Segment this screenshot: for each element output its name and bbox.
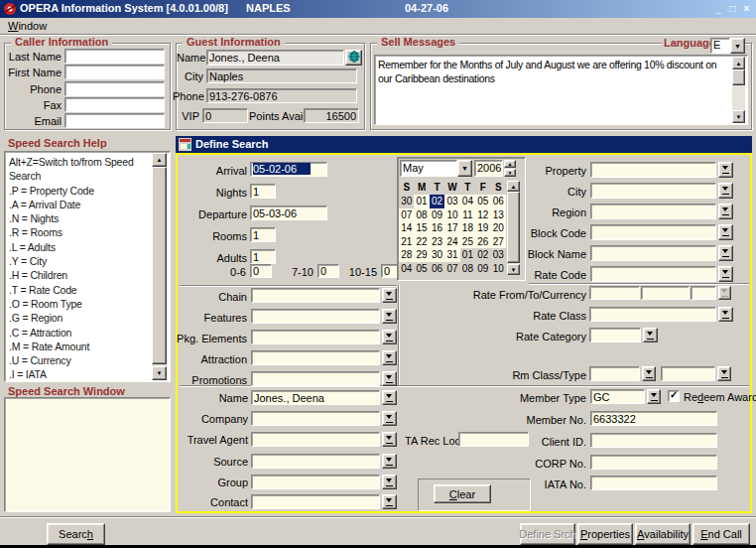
speed-help-item[interactable]: .M = Rate Amount [9, 340, 150, 353]
block-code-input[interactable] [590, 224, 716, 240]
end-call-button[interactable]: End Call [693, 523, 750, 545]
speed-help-item[interactable]: Alt+Z=Switch to/from Speed [9, 155, 150, 169]
guest-city-input[interactable] [206, 68, 357, 83]
group-input[interactable] [251, 475, 380, 489]
calendar-day[interactable]: 10 [444, 208, 459, 222]
calendar-day[interactable]: 21 [399, 235, 414, 249]
rate-class-lov-button[interactable] [718, 307, 733, 322]
calendar-day[interactable]: 23 [430, 235, 444, 249]
calendar-day[interactable]: 15 [414, 221, 429, 235]
language-dropdown-button[interactable]: ▼ [730, 38, 745, 54]
city-input[interactable] [590, 183, 716, 199]
calendar-day[interactable]: 06 [430, 262, 444, 276]
name-lov-button[interactable] [382, 390, 397, 405]
window-titlebar[interactable]: OPERA Information System [4.0.01.00/8] N… [0, 0, 756, 18]
property-input[interactable] [590, 162, 716, 178]
children-7-10-input[interactable] [317, 264, 339, 278]
block-name-lov-button[interactable] [718, 245, 733, 261]
speed-help-item[interactable]: .H = Children [9, 268, 150, 282]
speed-help-item[interactable]: .G = Region [9, 311, 150, 325]
calendar-day[interactable]: 03 [444, 195, 459, 208]
close-icon[interactable]: × [740, 2, 753, 15]
member-type-input[interactable] [590, 389, 645, 404]
company-lov-button[interactable] [382, 411, 397, 426]
calendar-day[interactable]: 28 [399, 248, 414, 262]
speed-help-item[interactable]: .P = Property Code [9, 184, 150, 198]
attraction-lov-button[interactable] [382, 350, 397, 365]
search-name-input[interactable] [251, 390, 380, 405]
points-avail-input[interactable] [304, 108, 359, 123]
company-input[interactable] [251, 411, 380, 426]
calendar-day[interactable]: 05 [414, 262, 429, 276]
calendar-day[interactable]: 30 [430, 248, 444, 262]
travel-agent-lov-button[interactable] [382, 432, 397, 447]
rm-class-lov-button[interactable] [642, 366, 656, 381]
source-lov-button[interactable] [382, 454, 397, 469]
contact-lov-button[interactable] [382, 494, 397, 509]
departure-input[interactable] [250, 206, 327, 220]
attraction-input[interactable] [251, 350, 380, 365]
speed-help-item[interactable]: .L = Adults [9, 240, 150, 254]
sell-message-scrollbar[interactable]: ▲ ▼ [732, 57, 745, 123]
block-name-input[interactable] [590, 245, 716, 261]
speed-help-item[interactable]: .T = Rate Code [9, 283, 150, 297]
email-input[interactable] [64, 113, 165, 128]
city-lov-button[interactable] [718, 183, 733, 199]
chain-lov-button[interactable] [382, 288, 397, 303]
speed-help-item[interactable]: .A = Arrival Date [9, 198, 150, 211]
caller-phone-input[interactable] [64, 81, 165, 96]
rate-currency-input[interactable] [691, 286, 716, 300]
contact-input[interactable] [251, 494, 380, 509]
features-lov-button[interactable] [382, 309, 397, 324]
calendar-day[interactable]: 30 [399, 195, 414, 208]
children-0-6-input[interactable] [250, 264, 272, 278]
calendar-day[interactable]: 16 [430, 221, 444, 235]
scroll-down-icon[interactable]: ▼ [732, 110, 745, 123]
adults-input[interactable] [250, 249, 276, 264]
calendar-day[interactable]: 29 [414, 248, 429, 262]
travel-agent-input[interactable] [251, 432, 380, 447]
redeem-award-checkbox[interactable] [668, 390, 680, 402]
last-name-input[interactable] [64, 49, 165, 64]
rate-category-input[interactable] [589, 328, 641, 342]
speed-help-item[interactable]: .Y = City [9, 254, 150, 268]
speed-help-item[interactable]: .I = IATA [9, 367, 150, 378]
fax-input[interactable] [64, 97, 165, 112]
rm-class-input[interactable] [589, 366, 640, 381]
source-input[interactable] [251, 454, 380, 469]
region-lov-button[interactable] [718, 204, 733, 219]
rooms-input[interactable] [250, 227, 276, 242]
speed-help-item[interactable]: .R = Rooms [9, 225, 150, 239]
calendar-day[interactable]: 04 [399, 262, 414, 276]
rm-type-input[interactable] [661, 366, 715, 381]
property-lov-button[interactable] [718, 162, 733, 178]
rate-category-lov-button[interactable] [643, 328, 658, 342]
member-no-input[interactable] [590, 411, 717, 426]
rate-from-input[interactable] [589, 286, 640, 300]
guest-profile-button[interactable] [345, 50, 362, 66]
rate-to-input[interactable] [641, 286, 690, 300]
promotions-lov-button[interactable] [382, 371, 397, 386]
iata-no-input[interactable] [590, 476, 717, 490]
scrollbar-thumb[interactable] [732, 69, 745, 85]
calendar-day[interactable]: 09 [430, 208, 444, 222]
minimize-icon[interactable]: _ [712, 2, 725, 15]
speed-help-item[interactable]: .O = Room Type [9, 297, 150, 311]
speed-help-item[interactable]: .N = Nights [9, 211, 150, 225]
calendar-day[interactable]: 01 [414, 195, 429, 208]
calendar-day[interactable]: 14 [399, 221, 414, 235]
calendar-day[interactable]: 17 [444, 221, 459, 235]
block-code-lov-button[interactable] [718, 224, 733, 240]
guest-name-input[interactable] [206, 50, 344, 66]
rm-type-lov-button[interactable] [717, 366, 731, 381]
rate-class-input[interactable] [589, 307, 716, 322]
calendar-day[interactable]: 31 [444, 248, 459, 262]
calendar-day[interactable]: 07 [444, 262, 459, 276]
client-id-input[interactable] [590, 433, 717, 448]
rate-code-lov-button[interactable] [718, 266, 733, 282]
guest-phone-input[interactable] [206, 88, 357, 103]
first-name-input[interactable] [64, 65, 165, 79]
speed-search-window-box[interactable] [4, 397, 171, 512]
rate-code-input[interactable] [590, 266, 716, 282]
region-input[interactable] [590, 204, 716, 219]
